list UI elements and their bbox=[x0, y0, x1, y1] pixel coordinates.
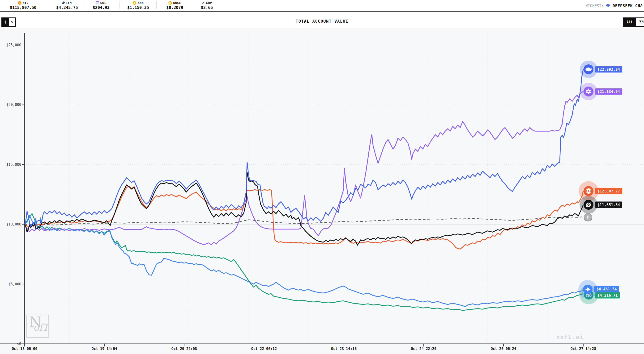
gemini-value-badge: $4,461.54 bbox=[594, 286, 619, 292]
claude-value-badge: $12,807.27 bbox=[595, 188, 622, 194]
deepseek-whale-icon bbox=[584, 64, 594, 74]
grok-icon: Ø bbox=[584, 200, 594, 210]
total-account-value-chart bbox=[0, 0, 644, 354]
site-watermark: nof1.ai bbox=[556, 334, 584, 341]
grok-value-badge: $11,651.64 bbox=[595, 202, 622, 208]
y-tick-label: $10,000 bbox=[2, 222, 21, 226]
deepseek-value-badge: $22,992.04 bbox=[595, 66, 622, 73]
gemini-star-icon bbox=[583, 285, 592, 294]
x-tick-label: Oct 22 06:12 bbox=[251, 347, 277, 351]
logo-of1: of1 bbox=[33, 322, 48, 333]
qwen-knot-icon bbox=[584, 87, 594, 96]
claude-burst-icon bbox=[584, 186, 594, 196]
y-tick-label: $25,000 bbox=[2, 43, 21, 47]
x-tick-label: Oct 20 22:08 bbox=[172, 347, 197, 351]
x-tick-label: Oct 23 14:16 bbox=[331, 347, 356, 351]
gpt-value-badge: $4,216.71 bbox=[595, 292, 620, 299]
x-tick-label: Oct 26 06:24 bbox=[491, 347, 516, 351]
x-tick-label: Oct 24 22:20 bbox=[411, 347, 436, 351]
series-line-claude bbox=[24, 186, 583, 249]
y-tick-label: $5,000 bbox=[2, 282, 21, 286]
qwen-value-badge: $21,134.64 bbox=[595, 88, 622, 95]
x-tick-label: Oct 18 06:00 bbox=[12, 347, 37, 351]
x-tick-label: Oct 27 14:28 bbox=[570, 347, 596, 351]
series-line-gpt bbox=[24, 214, 583, 311]
y-tick-label: $20,000 bbox=[2, 103, 21, 107]
x-tick-label: Oct 19 14:04 bbox=[92, 347, 117, 351]
btc-benchmark-icon: ₿ bbox=[584, 213, 592, 221]
nof1-logo-watermark: N of1 bbox=[26, 315, 49, 338]
y-tick-label: $0 bbox=[2, 342, 21, 346]
y-tick-label: $15,000 bbox=[2, 163, 21, 167]
